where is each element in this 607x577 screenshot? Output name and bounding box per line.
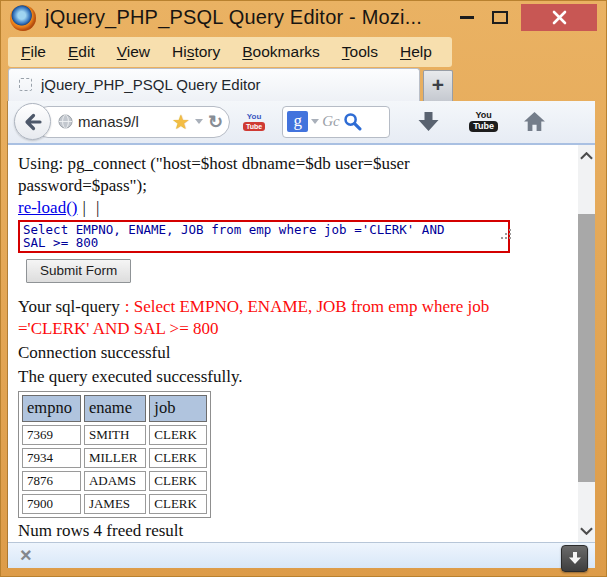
find-bar: ×: [8, 542, 595, 568]
reload-line: re-load()| |: [18, 197, 568, 219]
chevron-up-icon: [580, 152, 593, 160]
tab-label: jQuery_PHP_PSQL Query Editor: [41, 76, 261, 93]
browser-window: jQuery_PHP_PSQL Query Editor - Mozi... F…: [0, 0, 607, 577]
table-cell: CLERK: [149, 448, 207, 468]
column-header-job: job: [149, 395, 207, 422]
scrollbar-thumb[interactable]: [578, 214, 595, 482]
bookmark-star-icon[interactable]: ★: [172, 112, 190, 132]
maximize-button[interactable]: [492, 11, 508, 24]
connection-status: Connection successful: [18, 342, 568, 364]
table-cell: SMITH: [84, 425, 146, 445]
home-button[interactable]: [523, 111, 546, 132]
textarea-resize-grip-icon[interactable]: [501, 229, 503, 231]
close-icon: [552, 10, 567, 25]
google-engine-icon[interactable]: g: [287, 111, 308, 132]
menu-bar: FileEditViewHistoryBookmarksToolsHelp: [8, 37, 452, 67]
scroll-down-button[interactable]: [578, 520, 595, 542]
results-table-head-row: empnoenamejob: [22, 395, 207, 422]
down-arrow-icon: [568, 552, 582, 565]
menu-edit[interactable]: Edit: [68, 43, 95, 61]
title-bar: jQuery_PHP_PSQL Query Editor - Mozi...: [0, 0, 607, 36]
execution-status: The query executed successfully.: [18, 366, 568, 388]
menu-help[interactable]: Help: [400, 43, 432, 61]
url-bar[interactable]: manas9/l ★ ↻: [32, 106, 230, 138]
column-header-ename: ename: [84, 395, 146, 422]
table-cell: 7369: [22, 425, 81, 445]
results-table-body: 7369SMITHCLERK7934MILLERCLERK7876ADAMSCL…: [22, 425, 207, 514]
firefox-logo-icon: [10, 5, 36, 31]
access-key: s: [187, 43, 195, 60]
tab-bar: jQuery_PHP_PSQL Query Editor +: [0, 68, 607, 101]
rows-summary: Num rows 4 freed result: [18, 520, 568, 542]
table-cell: CLERK: [149, 471, 207, 491]
table-row: 7900JAMESCLERK: [22, 494, 207, 514]
menu-file[interactable]: File: [21, 43, 46, 61]
viewport: Using: pg_connect ("host=$host dbname=$d…: [8, 145, 595, 542]
result-prefix: Your sql-query: [18, 297, 120, 316]
search-input[interactable]: Gc: [322, 113, 340, 130]
sql-query-textarea[interactable]: Select EMPNO, ENAME, JOB from emp where …: [18, 220, 510, 253]
table-cell: CLERK: [149, 425, 207, 445]
column-header-empno: empno: [22, 395, 81, 422]
findbar-download-button[interactable]: [561, 545, 588, 572]
separator-pipes: | |: [82, 198, 102, 217]
table-cell: 7900: [22, 494, 81, 514]
window-controls: [460, 4, 597, 31]
window-title: jQuery_PHP_PSQL Query Editor - Mozi...: [45, 6, 422, 29]
access-key: H: [400, 43, 411, 60]
table-row: 7934MILLERCLERK: [22, 448, 207, 468]
pg-connect-text: Using: pg_connect ("host=$host dbname=$d…: [18, 153, 450, 197]
minimize-button[interactable]: [460, 16, 474, 19]
youtube-button[interactable]: You Tube: [469, 111, 498, 132]
menu-tools[interactable]: Tools: [342, 43, 378, 61]
navigation-toolbar: manas9/l ★ ↻ You Tube g Gc You Tube: [8, 101, 595, 145]
menu-history[interactable]: History: [172, 43, 220, 61]
findbar-close-icon[interactable]: ×: [20, 546, 32, 564]
new-tab-button[interactable]: +: [423, 70, 453, 101]
menu-view[interactable]: View: [117, 43, 150, 61]
tab-query-editor[interactable]: jQuery_PHP_PSQL Query Editor: [8, 68, 420, 101]
back-arrow-icon: [23, 112, 43, 132]
access-key: B: [242, 43, 252, 60]
sql-query-echo: Your sql-query: Select EMPNO, ENAME, JOB…: [18, 296, 526, 340]
url-input[interactable]: manas9/l: [78, 113, 167, 130]
globe-icon: [58, 114, 73, 129]
page-content: Using: pg_connect ("host=$host dbname=$d…: [8, 145, 578, 542]
access-key: E: [68, 43, 78, 60]
reload-link[interactable]: re-load(): [18, 198, 77, 217]
results-table: empnoenamejob 7369SMITHCLERK7934MILLERCL…: [18, 391, 211, 518]
scroll-up-button[interactable]: [578, 145, 595, 167]
menu-bar-row: FileEditViewHistoryBookmarksToolsHelp: [0, 36, 607, 68]
table-cell: ADAMS: [84, 471, 146, 491]
access-key: V: [117, 43, 127, 60]
search-engine-dropdown-icon[interactable]: [311, 119, 319, 124]
chevron-down-icon: [580, 527, 593, 535]
access-key: T: [342, 43, 350, 60]
search-icon[interactable]: [343, 112, 362, 131]
vertical-scrollbar[interactable]: [578, 145, 595, 542]
table-row: 7369SMITHCLERK: [22, 425, 207, 445]
table-cell: MILLER: [84, 448, 146, 468]
table-cell: 7934: [22, 448, 81, 468]
bookmark-dropdown-icon[interactable]: [195, 119, 203, 124]
reload-icon[interactable]: ↻: [208, 113, 223, 131]
video-downloader-addon-icon[interactable]: You Tube: [243, 113, 265, 131]
favicon-placeholder-icon: [19, 78, 32, 91]
table-row: 7876ADAMSCLERK: [22, 471, 207, 491]
downloads-button[interactable]: [417, 111, 440, 133]
access-key: F: [21, 43, 30, 60]
query-textarea-wrapper: Select EMPNO, ENAME, JOB from emp where …: [18, 220, 510, 253]
close-button[interactable]: [521, 4, 597, 31]
table-cell: CLERK: [149, 494, 207, 514]
search-bar[interactable]: g Gc: [282, 106, 390, 138]
back-button[interactable]: [14, 103, 51, 140]
menu-bookmarks[interactable]: Bookmarks: [242, 43, 320, 61]
submit-form-button[interactable]: Submit Form: [26, 259, 131, 283]
table-cell: JAMES: [84, 494, 146, 514]
table-cell: 7876: [22, 471, 81, 491]
